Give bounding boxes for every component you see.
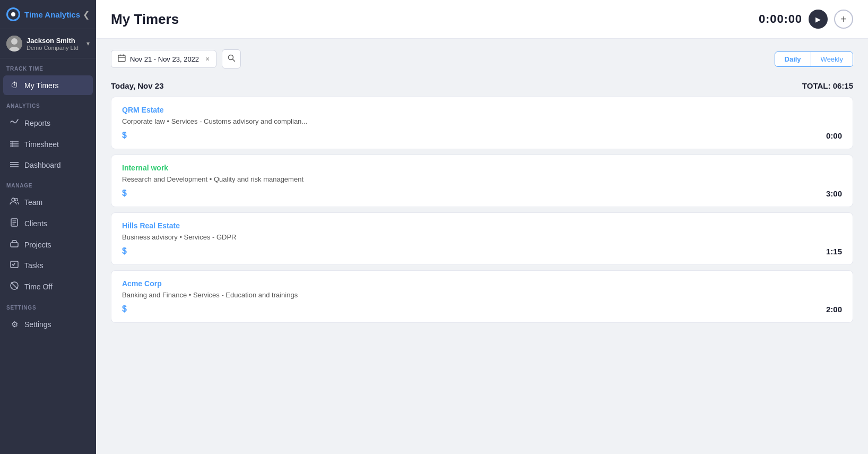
- sidebar-item-label-timesheet: Timesheet: [24, 140, 59, 149]
- sidebar: Time Analytics ❮ Jackson Smith Demo Comp…: [0, 0, 96, 454]
- svg-line-19: [11, 282, 18, 289]
- filter-left: Nov 21 - Nov 23, 2022 ×: [111, 49, 241, 68]
- timer-desc-4: Banking and Finance • Services - Educati…: [122, 291, 842, 299]
- sidebar-item-label-clients: Clients: [24, 219, 47, 228]
- timer-time-2: 3:00: [826, 189, 842, 198]
- date-clear-button[interactable]: ×: [205, 55, 210, 63]
- section-label-analytics: ANALYTICS: [0, 96, 96, 112]
- dashboard-icon: [10, 160, 19, 169]
- dollar-icon-1[interactable]: $: [122, 131, 127, 140]
- reports-icon: [10, 118, 19, 128]
- svg-line-25: [232, 59, 235, 62]
- sidebar-item-label-projects: Projects: [24, 241, 51, 249]
- timer-client-4: Acme Corp: [122, 279, 842, 288]
- svg-point-11: [15, 199, 18, 201]
- section-label-settings: SETTINGS: [0, 297, 96, 314]
- time-off-icon: [10, 281, 19, 292]
- top-bar: My Timers 0:00:00 ▶ +: [96, 0, 868, 39]
- search-icon: [228, 54, 236, 64]
- timer-time-1: 0:00: [826, 131, 842, 140]
- sidebar-item-label-time-off: Time Off: [24, 282, 53, 291]
- calendar-icon: [118, 54, 126, 64]
- add-timer-button[interactable]: +: [834, 10, 853, 29]
- timer-desc-1: Corporate law • Services - Customs advis…: [122, 117, 842, 125]
- view-toggle: Daily Weekly: [775, 52, 853, 67]
- content-area: Nov 21 - Nov 23, 2022 × Daily Weekly: [96, 39, 868, 454]
- sidebar-item-settings[interactable]: ⚙ Settings: [3, 314, 93, 335]
- timer-client-1: QRM Estate: [122, 106, 842, 114]
- tasks-icon: [10, 261, 19, 270]
- timer-card-3: Hills Real Estate Business advisory • Se…: [111, 212, 853, 265]
- sidebar-item-team[interactable]: Team: [3, 192, 93, 212]
- sidebar-item-label-reports: Reports: [24, 119, 50, 127]
- timer-desc-2: Research and Development • Quality and r…: [122, 175, 842, 183]
- sidebar-item-dashboard[interactable]: Dashboard: [3, 155, 93, 175]
- logo-icon: [6, 7, 20, 21]
- sidebar-item-label-tasks: Tasks: [24, 261, 44, 270]
- total-label: TOTAL: 06:15: [802, 81, 853, 90]
- timer-footer-2: $ 3:00: [122, 189, 842, 198]
- sidebar-item-clients[interactable]: Clients: [3, 213, 93, 234]
- timer-card-4: Acme Corp Banking and Finance • Services…: [111, 270, 853, 323]
- logo-icon-inner: [11, 12, 15, 16]
- user-section[interactable]: Jackson Smith Demo Company Ltd ▾: [0, 29, 96, 58]
- timer-footer-1: $ 0:00: [122, 131, 842, 140]
- avatar: [6, 36, 22, 52]
- timer-icon: ⏱: [10, 81, 19, 90]
- user-text: Jackson Smith Demo Company Ltd: [27, 37, 79, 51]
- dollar-icon-4[interactable]: $: [122, 304, 127, 314]
- user-company: Demo Company Ltd: [27, 45, 79, 51]
- timesheet-icon: [10, 140, 19, 149]
- date-label: Today, Nov 23: [111, 81, 163, 90]
- dollar-icon-3[interactable]: $: [122, 246, 127, 256]
- top-right: 0:00:00 ▶ +: [759, 10, 853, 29]
- dollar-icon-2[interactable]: $: [122, 189, 127, 198]
- date-filter[interactable]: Nov 21 - Nov 23, 2022 ×: [111, 50, 216, 68]
- sidebar-item-my-timers[interactable]: ⏱ My Timers: [3, 75, 93, 95]
- timer-footer-3: $ 1:15: [122, 246, 842, 256]
- page-title: My Timers: [111, 11, 179, 28]
- svg-point-1: [11, 38, 18, 45]
- date-header: Today, Nov 23 TOTAL: 06:15: [111, 81, 853, 90]
- sidebar-item-time-off[interactable]: Time Off: [3, 276, 93, 297]
- sidebar-item-tasks[interactable]: Tasks: [3, 255, 93, 275]
- user-info: Jackson Smith Demo Company Ltd: [6, 36, 79, 52]
- timer-client-2: Internal work: [122, 164, 842, 172]
- svg-rect-16: [11, 243, 18, 247]
- play-icon: ▶: [815, 15, 821, 23]
- view-weekly-button[interactable]: Weekly: [811, 52, 853, 66]
- app-title: Time Analytics: [24, 10, 80, 19]
- add-icon: +: [840, 13, 847, 25]
- sidebar-item-timesheet[interactable]: Timesheet: [3, 134, 93, 154]
- date-range-text: Nov 21 - Nov 23, 2022: [130, 55, 199, 63]
- user-name: Jackson Smith: [27, 37, 79, 45]
- team-icon: [10, 198, 19, 207]
- user-chevron-icon[interactable]: ▾: [86, 40, 90, 47]
- filter-bar: Nov 21 - Nov 23, 2022 × Daily Weekly: [111, 49, 853, 68]
- projects-icon: [10, 240, 19, 249]
- search-button[interactable]: [222, 49, 241, 68]
- view-daily-button[interactable]: Daily: [775, 52, 811, 66]
- timer-card-1: QRM Estate Corporate law • Services - Cu…: [111, 97, 853, 149]
- sidebar-item-label-team: Team: [24, 198, 42, 207]
- svg-rect-20: [118, 55, 125, 62]
- clients-icon: [10, 218, 19, 228]
- section-label-track-time: TRACK TIME: [0, 58, 96, 75]
- section-label-manage: MANAGE: [0, 175, 96, 192]
- sidebar-item-label-dashboard: Dashboard: [24, 161, 61, 169]
- sidebar-item-label-settings: Settings: [24, 320, 51, 329]
- sidebar-item-reports[interactable]: Reports: [3, 113, 93, 133]
- collapse-button[interactable]: ❮: [83, 10, 90, 20]
- settings-icon: ⚙: [10, 320, 19, 329]
- timer-client-3: Hills Real Estate: [122, 221, 842, 230]
- timer-footer-4: $ 2:00: [122, 304, 842, 314]
- timer-time-3: 1:15: [826, 247, 842, 256]
- play-button[interactable]: ▶: [809, 10, 828, 29]
- timer-desc-3: Business advisory • Services - GDPR: [122, 233, 842, 241]
- svg-point-10: [12, 198, 15, 201]
- sidebar-logo: Time Analytics: [6, 7, 80, 21]
- sidebar-header: Time Analytics ❮: [0, 0, 96, 29]
- timer-display: 0:00:00: [759, 12, 802, 26]
- sidebar-item-label-my-timers: My Timers: [24, 81, 59, 90]
- sidebar-item-projects[interactable]: Projects: [3, 235, 93, 254]
